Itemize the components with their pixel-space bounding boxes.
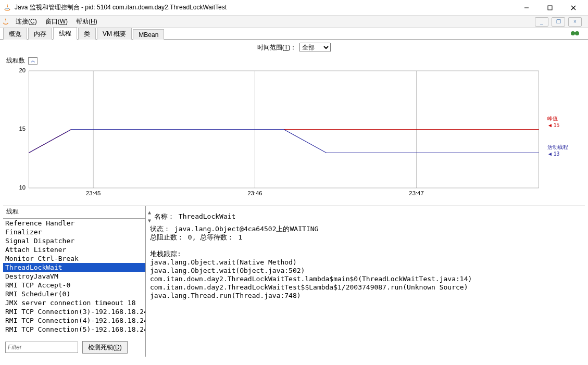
legend-live-label: 活动线程 (547, 144, 568, 151)
detail-name: 名称： ThreadLockWait (154, 212, 235, 221)
thread-row[interactable]: Finalizer (3, 228, 145, 236)
window-title: Java 监视和管理控制台 - pid: 5104 com.itan.down.… (15, 3, 515, 12)
tab-mbean[interactable]: MBean (133, 29, 164, 40)
connection-status-icon (570, 30, 585, 39)
threads-list[interactable]: Reference HandlerFinalizerSignal Dispatc… (3, 219, 145, 338)
collapse-chevron-icon[interactable]: ︽ (28, 57, 37, 65)
legend-peak-label: 峰值 (547, 115, 558, 122)
thread-row[interactable]: Monitor Ctrl-Break (3, 254, 145, 263)
detail-blocked-waited: 总阻止数： 0, 总等待数： 1 (150, 233, 581, 242)
stack-frame: com.itan.down.day2.ThreadLockWaitTest$$L… (150, 283, 581, 292)
maximize-button[interactable] (538, 1, 561, 15)
threads-list-title: 线程 (3, 206, 145, 219)
threads-panel: 线程 Reference HandlerFinalizerSignal Disp… (3, 206, 585, 357)
thread-row[interactable]: ThreadLockWait (3, 263, 145, 272)
minimize-button[interactable] (515, 1, 538, 15)
chart-title: 线程数 (6, 56, 25, 65)
thread-row[interactable]: RMI TCP Connection(5)-192.168.18.243 (3, 325, 145, 334)
java-icon (3, 4, 11, 12)
tabbar: 概览 内存 线程 类 VM 概要 MBean (0, 28, 588, 40)
menu-window[interactable]: 窗口(W) (41, 17, 72, 26)
window-controls (515, 1, 585, 15)
tab-overview[interactable]: 概览 (3, 28, 27, 40)
tab-vm[interactable]: VM 概要 (97, 28, 132, 40)
tab-memory[interactable]: 内存 (28, 28, 52, 40)
legend-live-value: 13 (554, 151, 559, 157)
thread-count-chart-panel: 线程数 ︽ 10152023:4523:4623:47 峰值 ◄ 15 活动线程… (0, 55, 588, 204)
svg-rect-6 (573, 32, 577, 34)
stack-frame: com.itan.down.day2.ThreadLockWaitTest.la… (150, 275, 581, 283)
detail-stack-label: 堆栈跟踪: (150, 250, 581, 258)
svg-text:20: 20 (19, 68, 26, 73)
menu-help[interactable]: 帮助(H) (72, 17, 102, 26)
close-button[interactable] (561, 1, 585, 15)
svg-text:23:47: 23:47 (409, 190, 423, 196)
inner-restore-button[interactable]: ❐ (552, 17, 565, 27)
stack-frame: java.lang.Object.wait(Object.java:502) (150, 267, 581, 275)
time-range-row: 时间范围(T)： 全部 (0, 40, 588, 55)
tab-classes[interactable]: 类 (78, 28, 96, 40)
thread-row[interactable]: Attach Listener (3, 245, 145, 254)
titlebar: Java 监视和管理控制台 - pid: 5104 com.itan.down.… (0, 0, 588, 16)
menubar: 连接(C) 窗口(W) 帮助(H) _ ❐ × (0, 16, 588, 28)
thread-row[interactable]: Signal Dispatcher (3, 236, 145, 245)
thread-row[interactable]: RMI Scheduler(0) (3, 290, 145, 298)
thread-row[interactable]: DestroyJavaVM (3, 272, 145, 281)
tab-threads[interactable]: 线程 (53, 27, 77, 40)
time-range-select[interactable]: 全部 (299, 43, 331, 52)
expand-icon[interactable]: ▲▼ (148, 208, 153, 225)
thread-row[interactable]: RMI TCP Connection(3)-192.168.18.243 (3, 307, 145, 316)
time-range-label: 时间范围(T)： (257, 43, 296, 52)
menu-connect[interactable]: 连接(C) (11, 17, 41, 26)
detect-deadlock-button[interactable]: 检测死锁(D) (82, 341, 128, 354)
thread-detail: ▲▼名称： ThreadLockWait状态： java.lang.Object… (146, 206, 585, 357)
svg-rect-1 (548, 6, 552, 10)
thread-row[interactable]: RMI TCP Accept-0 (3, 281, 145, 290)
stack-frame: java.lang.Object.wait(Native Method) (150, 258, 581, 267)
inner-minimize-button[interactable]: _ (535, 17, 548, 27)
thread-count-chart: 10152023:4523:4623:47 (7, 68, 544, 204)
svg-text:23:46: 23:46 (247, 190, 262, 196)
detail-state: 状态： java.lang.Object@4ca64502上的WAITING (150, 225, 581, 233)
thread-row[interactable]: RMI TCP Connection(4)-192.168.18.243 (3, 316, 145, 325)
thread-row[interactable]: JMX server connection timeout 18 (3, 298, 145, 307)
stack-frame: java.lang.Thread.run(Thread.java:748) (150, 292, 581, 300)
svg-text:23:45: 23:45 (86, 190, 101, 196)
chart-legend: 峰值 ◄ 15 活动线程 ◄ 13 (544, 68, 581, 204)
svg-text:15: 15 (19, 126, 26, 132)
legend-peak-value: 15 (554, 122, 559, 128)
java-icon (2, 18, 9, 26)
thread-filter-input[interactable] (5, 342, 78, 353)
svg-text:10: 10 (19, 184, 26, 191)
thread-row[interactable]: Reference Handler (3, 219, 145, 228)
inner-close-button[interactable]: × (568, 17, 582, 27)
